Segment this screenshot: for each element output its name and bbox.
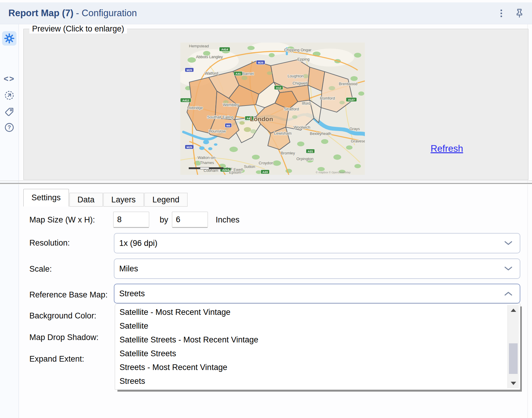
chevron-up-icon <box>504 291 513 296</box>
resolution-dropdown[interactable]: 1x (96 dpi) <box>114 233 520 253</box>
dropdown-option[interactable]: Satellite <box>116 319 506 333</box>
svg-text:A41: A41 <box>235 72 241 75</box>
scale-label: Scale: <box>29 264 52 274</box>
expand-extent-label: Expand Extent: <box>29 354 84 364</box>
window-title: Report Map (7) - Configuration <box>8 2 137 24</box>
map-attribution: © mapbox © OpenStreetMap <box>316 171 350 174</box>
tab-settings[interactable]: Settings <box>23 189 69 207</box>
road-shield: M25 <box>256 60 265 64</box>
map-place-label: Watford <box>205 71 218 76</box>
road-shield: A412 <box>180 98 191 102</box>
resolution-label: Resolution: <box>29 238 70 248</box>
svg-text:A12: A12 <box>276 86 281 89</box>
settings-gear-icon[interactable] <box>2 31 16 46</box>
pin-icon[interactable] <box>513 7 525 19</box>
map-scale-text: 5 mi <box>226 167 232 170</box>
svg-text:M25: M25 <box>187 145 192 149</box>
dropdown-option[interactable]: Satellite Streets - Most Recent Vintage <box>116 333 506 347</box>
code-icon[interactable]: <> <box>2 72 16 86</box>
inches-label: Inches <box>216 215 240 225</box>
help-icon[interactable]: ? <box>2 120 16 135</box>
london-choropleth-map: A414M25A41M25A12A127A412A40M4M25A243A23A… <box>180 43 365 175</box>
map-place-label: London <box>250 115 273 122</box>
by-label: by <box>160 215 168 225</box>
resolution-value: 1x (96 dpi) <box>119 239 158 248</box>
preview-legend: Preview (Click to enlarge) <box>29 24 127 34</box>
map-place-label: Ilford <box>302 101 311 106</box>
kebab-menu-icon[interactable] <box>496 8 506 18</box>
road-shield: M4 <box>225 123 232 127</box>
splitter-line[interactable] <box>0 181 532 181</box>
dropdown-option[interactable]: Streets <box>116 374 506 388</box>
map-place-label: Bromley <box>281 151 295 155</box>
tab-data[interactable]: Data <box>69 193 103 207</box>
gear-glyph <box>4 33 15 44</box>
scrollbar-thumb[interactable] <box>509 343 518 374</box>
scale-value: Miles <box>119 264 138 273</box>
refresh-link[interactable]: Refresh <box>430 143 463 154</box>
map-place-label: Chipping Ongar <box>284 48 312 52</box>
tab-strip: SettingsDataLayersLegend <box>23 189 188 206</box>
map-place-label: Barnet <box>242 71 254 76</box>
map-place-label: Abbots Langley <box>196 55 223 59</box>
road-shield: A127 <box>346 97 357 102</box>
svg-text:M25: M25 <box>258 61 264 64</box>
scroll-down-arrow[interactable] <box>508 378 519 388</box>
title-bar: Report Map (7) - Configuration <box>0 2 532 24</box>
map-place-label: Southall <box>207 115 221 119</box>
tab-legend[interactable]: Legend <box>144 193 188 207</box>
tag-glyph <box>4 107 14 117</box>
svg-text:A21: A21 <box>308 150 313 153</box>
circle-arrow-glyph <box>4 91 14 100</box>
road-shield: M25 <box>185 68 194 72</box>
map-place-label: Loughton <box>288 74 304 78</box>
basemap-dropdown-list: Satellite - Most Recent VintageSatellite… <box>116 305 506 388</box>
tag-icon[interactable] <box>2 105 16 119</box>
map-place-label: Wembley <box>223 103 239 107</box>
map-place-label: Brentwood <box>339 82 357 86</box>
pushpin-glyph <box>514 8 525 18</box>
map-place-label: Chigwell <box>292 81 307 85</box>
road-shield: A12 <box>274 85 283 90</box>
reference-base-map-dropdown[interactable]: Streets <box>114 284 520 303</box>
map-place-label: Romford <box>320 96 335 100</box>
scroll-up-arrow[interactable] <box>508 305 519 315</box>
reference-base-map-value: Streets <box>119 289 145 298</box>
map-place-label: Gravesend <box>351 139 365 143</box>
map-place-label: Thames <box>200 160 214 165</box>
map-place-label: Walton-on- <box>197 155 216 160</box>
svg-text:A127: A127 <box>348 98 355 101</box>
dropdown-option[interactable]: Satellite Streets <box>116 347 506 360</box>
road-shield: A23 <box>261 170 270 174</box>
left-toolbar: <> ? <box>0 24 19 418</box>
tab-layers[interactable]: Layers <box>103 193 144 207</box>
question-glyph: ? <box>4 123 14 132</box>
map-preview-image[interactable]: A414M25A41M25A12A127A412A40M4M25A243A23A… <box>180 43 365 175</box>
svg-text:M4: M4 <box>226 124 230 127</box>
splitter-line-bottom <box>0 184 532 184</box>
chevron-down-icon <box>504 241 513 246</box>
map-place-label: Bexleyheath <box>310 131 331 136</box>
map-drop-shadow-label: Map Drop Shadow: <box>29 333 99 342</box>
map-place-label: Sutton <box>244 164 255 169</box>
map-place-label: Hempstead <box>189 44 209 48</box>
map-place-label: Hounslow <box>208 129 226 133</box>
svg-text:M25: M25 <box>187 68 192 72</box>
svg-text:A23: A23 <box>262 170 267 174</box>
road-shield: A21 <box>306 149 315 153</box>
scale-dropdown[interactable]: Miles <box>114 258 520 279</box>
title-suffix: - Configuration <box>73 8 137 18</box>
tool-name: Report Map (7) <box>8 8 73 18</box>
dropdown-option[interactable]: Streets - Most Recent Vintage <box>116 360 506 374</box>
dropdown-option[interactable]: Satellite - Most Recent Vintage <box>116 305 506 319</box>
background-color-label: Background Color: <box>29 311 96 321</box>
map-height-input[interactable] <box>172 212 208 227</box>
road-shield: A414 <box>219 47 230 51</box>
map-place-label: Woolwich <box>294 125 310 130</box>
map-place-label: Ealing <box>223 115 233 119</box>
open-example-icon[interactable] <box>2 88 16 103</box>
map-width-input[interactable] <box>113 212 149 227</box>
map-place-label: Epsom <box>229 170 241 175</box>
popup-scrollbar[interactable] <box>507 305 519 388</box>
reference-base-map-label: Reference Base Map: <box>29 290 108 300</box>
